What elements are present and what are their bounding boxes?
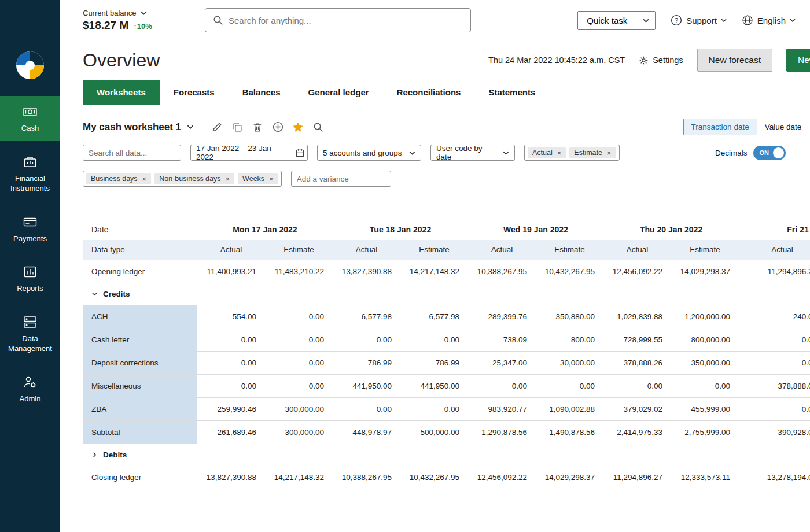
- help-icon: ?: [671, 14, 682, 26]
- delete-worksheet-button[interactable]: [252, 121, 263, 133]
- sidebar-item-label: Cash: [21, 124, 39, 132]
- settings-button[interactable]: Settings: [639, 56, 683, 65]
- remove-chip-icon[interactable]: ×: [607, 149, 612, 157]
- table-row-zba: ZBA259,990.46300,000.000.000.00983,920.7…: [83, 397, 810, 420]
- date-header: Thu 20 Jan 2022: [603, 219, 739, 240]
- remove-chip-icon[interactable]: ×: [557, 149, 562, 157]
- duplicate-worksheet-button[interactable]: [231, 121, 243, 133]
- calendar-icon[interactable]: [292, 145, 307, 160]
- filter-chip-non-business-days[interactable]: Non-business days×: [154, 173, 234, 184]
- table-row-cash-letter: Cash letter0.000.000.000.00738.09800.007…: [83, 328, 810, 351]
- add-worksheet-button[interactable]: [272, 121, 284, 133]
- tab-worksheets[interactable]: Worksheets: [83, 80, 160, 105]
- cell-value: 11,400,993.21: [197, 260, 265, 283]
- tab-bar: WorksheetsForecastsBalancesGeneral ledge…: [83, 80, 810, 105]
- tab-forecasts[interactable]: Forecasts: [160, 80, 229, 105]
- cell-value: 12,456,092.22: [468, 466, 536, 489]
- sidebar-item-admin[interactable]: Admin: [0, 367, 60, 412]
- chevron-down-icon: [409, 151, 415, 155]
- search-all-data-input[interactable]: [83, 145, 181, 161]
- date-mode-segmented-control: Transaction dateValue dateProcess date: [683, 119, 810, 135]
- current-datetime: Thu 24 Mar 2022 10:45:22 a.m. CST: [488, 56, 625, 65]
- new-forecast-button[interactable]: New forecast: [697, 49, 772, 72]
- cell-value: 259,990.46: [197, 397, 265, 420]
- data-type-chips: Actual×Estimate×: [524, 145, 620, 161]
- cell-value: 728,999.55: [603, 328, 671, 351]
- financial-instruments-icon: [23, 154, 38, 169]
- app-logo: [16, 51, 45, 80]
- section-row-debits[interactable]: Debits: [83, 444, 810, 466]
- data-management-icon: [23, 315, 38, 330]
- date-range-picker[interactable]: 17 Jan 2022 – 23 Jan 2022: [190, 145, 308, 161]
- tab-reconciliations[interactable]: Reconciliations: [383, 80, 475, 105]
- cell-value: 379,029.02: [603, 397, 671, 420]
- cell-value: 2,414,975.33: [603, 420, 671, 444]
- table-row-miscellaneous: Miscellaneous0.000.00441,950.00441,950.0…: [83, 374, 810, 397]
- tab-statements[interactable]: Statements: [474, 80, 549, 105]
- support-menu[interactable]: ? Support: [671, 14, 727, 26]
- chevron-right-icon[interactable]: [91, 452, 98, 458]
- language-menu[interactable]: English: [742, 14, 796, 26]
- sidebar-item-financial-instruments[interactable]: Financial Instruments: [0, 146, 60, 201]
- add-variance-input[interactable]: [291, 171, 391, 187]
- sidebar-item-label: Payments: [13, 234, 47, 243]
- cell-value: 300,000.00: [265, 420, 333, 444]
- cell-value: 0.00: [265, 374, 333, 397]
- row-label: Subtotal: [83, 420, 197, 444]
- accounts-dropdown[interactable]: 5 accounts and groups: [317, 145, 421, 161]
- quick-task-button[interactable]: Quick task: [577, 11, 636, 30]
- remove-chip-icon[interactable]: ×: [226, 175, 230, 183]
- globe-icon: [742, 14, 753, 26]
- cell-value: 14,029,298.37: [536, 466, 603, 489]
- date-mode-transaction-date[interactable]: Transaction date: [684, 119, 757, 135]
- remove-chip-icon[interactable]: ×: [269, 175, 274, 183]
- date-column-header: Date: [83, 219, 197, 240]
- sidebar-item-cash[interactable]: Cash: [0, 96, 60, 141]
- search-worksheet-button[interactable]: [312, 121, 324, 133]
- filter-chip-estimate[interactable]: Estimate×: [569, 147, 616, 158]
- cell-value: 10,432,267.95: [400, 466, 468, 489]
- chevron-down-icon: [141, 11, 147, 15]
- search-icon: [213, 15, 223, 25]
- topbar: Current balance $18.27 M ↑10% Quick task: [83, 0, 810, 40]
- tab-balances[interactable]: Balances: [229, 80, 294, 105]
- filter-chip-actual[interactable]: Actual×: [528, 147, 566, 158]
- cell-value: 25,347.00: [468, 351, 536, 374]
- sidebar-item-reports[interactable]: Reports: [0, 256, 60, 301]
- current-balance-widget[interactable]: Current balance $18.27 M ↑10%: [83, 9, 184, 32]
- worksheet-selector[interactable]: My cash worksheet 1: [83, 121, 194, 133]
- sidebar-item-payments[interactable]: Payments: [0, 206, 60, 252]
- balance-value: $18.27 M: [83, 19, 128, 32]
- date-mode-value-date[interactable]: Value date: [757, 119, 809, 135]
- cell-value: 14,029,298.37: [671, 260, 739, 283]
- cell-value: 10,388,267.95: [468, 260, 536, 283]
- remove-chip-icon[interactable]: ×: [142, 175, 147, 183]
- cell-value: 1,029,839.88: [603, 305, 671, 328]
- filter-row-2: Business days×Non-business days×Weeks×: [83, 171, 810, 187]
- tab-general-ledger[interactable]: General ledger: [294, 80, 383, 105]
- cell-value: 1,200,000.00: [671, 305, 739, 328]
- favorite-star-icon[interactable]: [292, 121, 304, 133]
- chevron-down-icon: [643, 19, 649, 23]
- edit-worksheet-button[interactable]: [211, 121, 223, 133]
- chevron-down-icon: [187, 125, 194, 129]
- search-input[interactable]: [229, 16, 463, 25]
- date-header: Mon 17 Jan 2022: [197, 219, 333, 240]
- quick-task-dropdown[interactable]: [636, 11, 656, 30]
- section-row-credits[interactable]: Credits: [83, 283, 810, 305]
- row-label: ZBA: [83, 397, 197, 420]
- decimals-toggle[interactable]: ON: [753, 146, 786, 160]
- filter-chip-business-days[interactable]: Business days×: [86, 173, 151, 184]
- new-worksheet-button[interactable]: New worksheet: [786, 49, 810, 72]
- cell-value: 12,456,092.22: [603, 260, 671, 283]
- cell-value: 1,090,002.88: [536, 397, 603, 420]
- chevron-down-icon[interactable]: [91, 291, 98, 297]
- filter-chip-weeks[interactable]: Weeks×: [238, 173, 278, 184]
- datatype-column-header: Data type: [83, 240, 197, 260]
- cell-value: 261,689.46: [197, 420, 265, 444]
- cell-value: 6,577.98: [333, 305, 400, 328]
- user-code-dropdown[interactable]: User code by date: [430, 145, 515, 161]
- sidebar-item-data-management[interactable]: Data Management: [0, 306, 60, 361]
- table-row-deposit-corrections: Deposit corrections0.000.00786.99786.992…: [83, 351, 810, 374]
- cell-value: 10,432,267.95: [536, 260, 603, 283]
